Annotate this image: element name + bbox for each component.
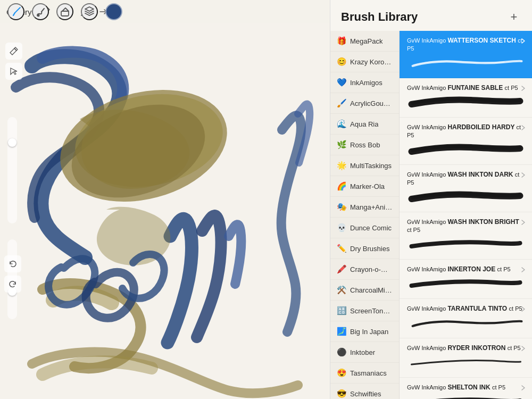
category-item[interactable]: 💙InkAmigos (330, 72, 399, 93)
eraser-tool-icon[interactable] (56, 3, 73, 20)
left-toolbar (4, 43, 23, 80)
brush-item[interactable]: GvW InkAmigo SHELTON INK ct P5 (400, 378, 532, 399)
selection-left-button[interactable] (5, 63, 22, 80)
pen-tool-icon[interactable] (7, 3, 24, 20)
category-label: Big In Japan (350, 328, 388, 336)
undo-redo-buttons (4, 255, 23, 293)
brush-panel-body: 🎁MegaPack😊Krazy Koronas💙InkAmigos🖌️Acryl… (330, 31, 532, 399)
category-item[interactable]: 😍Tasmaniacs (330, 363, 399, 384)
modify-left-button[interactable] (5, 43, 22, 60)
opacity-thumb[interactable] (8, 138, 16, 147)
brush-preview (407, 141, 525, 160)
category-icon: 😎 (337, 389, 347, 398)
brush-item[interactable]: GvW InkAmigo WATTERSON SKETCH ct P5 (400, 31, 532, 78)
brush-name: GvW InkAmigo SHELTON INK ct P5 (407, 383, 525, 391)
brush-arrow-icon (519, 266, 527, 276)
category-icon: 🎭 (337, 202, 347, 212)
brush-name: GvW InkAmigo HARDBOILED HARDY ct P5 (407, 123, 525, 139)
category-item[interactable]: 🎁MegaPack (330, 31, 399, 52)
brush-arrow-icon (519, 85, 527, 94)
category-label: Tasmaniacs (350, 369, 387, 377)
brush-tool-icon[interactable] (32, 3, 49, 20)
add-brush-button[interactable]: + (506, 10, 521, 24)
undo-button[interactable] (4, 255, 21, 272)
brush-arrow-icon (519, 37, 527, 47)
category-item[interactable]: ⚫Inktober (330, 342, 399, 363)
brush-list[interactable]: GvW InkAmigo WATTERSON SKETCH ct P5 GvW … (400, 31, 532, 399)
brush-preview (407, 188, 525, 207)
brush-preview (407, 94, 525, 113)
category-label: Aqua Ria (350, 120, 378, 128)
svg-point-4 (37, 14, 40, 17)
brush-preview (407, 236, 525, 255)
category-icon: 🌈 (337, 181, 347, 191)
brush-name: GvW InkAmigo WASH INKTON BRIGHT ct P5 (407, 218, 525, 234)
category-icon: 💀 (337, 223, 347, 232)
category-label: AcrylicGouache (350, 99, 393, 107)
color-swatch[interactable] (105, 3, 122, 20)
category-label: Manga+Anime (350, 203, 393, 211)
category-item[interactable]: 💀Dunce Comic (330, 218, 399, 238)
category-label: ScreenToneys (350, 307, 393, 315)
category-icon: 😍 (337, 368, 347, 378)
canvas-area[interactable]: Gallery (0, 0, 330, 399)
category-item[interactable]: 😊Krazy Koronas (330, 52, 399, 72)
category-label: Dunce Comic (350, 224, 392, 232)
artwork-canvas[interactable] (0, 23, 330, 399)
brush-item[interactable]: GvW InkAmigo WASH INKTON DARK ct P5 (400, 165, 532, 212)
category-label: Inktober (350, 348, 375, 356)
category-icon: ✏️ (337, 244, 347, 253)
brush-name: GvW InkAmigo TARANTULA TINTO ct P5 (407, 304, 525, 312)
brush-item[interactable]: GvW InkAmigo TARANTULA TINTO ct P5 (400, 299, 532, 338)
category-label: MultiTaskings (350, 162, 392, 170)
brush-arrow-icon (519, 384, 527, 394)
category-icon: 🎁 (337, 36, 347, 46)
category-label: Dry Brushies (350, 245, 389, 253)
brush-name: GvW InkAmigo INKERTON JOE ct P5 (407, 265, 525, 273)
category-item[interactable]: 🗾Big In Japan (330, 321, 399, 342)
opacity-slider[interactable] (7, 117, 17, 223)
brush-panel: Brush Library + 🎁MegaPack😊Krazy Koronas💙… (330, 0, 532, 399)
brush-item[interactable]: GvW InkAmigo INKERTON JOE ct P5 (400, 260, 532, 299)
category-item[interactable]: 🌿Ross Bob (330, 135, 399, 155)
category-icon: ⚒️ (337, 285, 347, 295)
category-label: Ross Bob (350, 141, 380, 149)
category-item[interactable]: 🖍️Crayon-o-Wax (330, 259, 399, 280)
category-item[interactable]: 🎭Manga+Anime (330, 197, 399, 218)
layers-tool-icon[interactable] (81, 3, 98, 20)
svg-rect-5 (61, 11, 69, 16)
category-list[interactable]: 🎁MegaPack😊Krazy Koronas💙InkAmigos🖌️Acryl… (330, 31, 400, 399)
brush-arrow-icon (519, 124, 527, 134)
category-icon: 🌊 (337, 119, 347, 129)
brush-item[interactable]: GvW InkAmigo WASH INKTON BRIGHT ct P5 (400, 212, 532, 260)
brush-item[interactable]: GvW InkAmigo HARDBOILED HARDY ct P5 (400, 118, 532, 165)
category-icon: 🖌️ (337, 98, 347, 108)
brush-item[interactable]: GvW InkAmigo RYDER INKOTRON ct P5 (400, 338, 532, 378)
category-icon: 🖍️ (337, 264, 347, 274)
category-icon: ⚫ (337, 347, 347, 357)
category-icon: 🌟 (337, 161, 347, 170)
redo-button[interactable] (4, 276, 21, 293)
category-item[interactable]: ✏️Dry Brushies (330, 238, 399, 259)
category-label: InkAmigos (350, 79, 383, 87)
category-item[interactable]: 😎Schwifties (330, 384, 399, 399)
brush-name: GvW InkAmigo WASH INKTON DARK ct P5 (407, 170, 525, 186)
brush-preview (407, 54, 525, 73)
category-item[interactable]: 🔠ScreenToneys (330, 301, 399, 321)
brush-item[interactable]: GvW InkAmigo FUNTAINE SABLE ct P5 (400, 78, 532, 118)
brush-preview (407, 393, 525, 399)
brush-arrow-icon (519, 219, 527, 228)
brush-name: GvW InkAmigo FUNTAINE SABLE ct P5 (407, 84, 525, 92)
brush-preview (407, 275, 525, 294)
category-icon: 🌿 (337, 140, 347, 149)
category-icon: 😊 (337, 57, 347, 66)
brush-preview (407, 354, 525, 373)
category-item[interactable]: ⚒️CharcoalMine (330, 280, 399, 301)
category-item[interactable]: 🌟MultiTaskings (330, 155, 399, 176)
category-item[interactable]: 🌊Aqua Ria (330, 114, 399, 135)
category-item[interactable]: 🌈Marker-Ola (330, 176, 399, 197)
category-label: CharcoalMine (350, 286, 393, 294)
brush-name: GvW InkAmigo RYDER INKOTRON ct P5 (407, 344, 525, 352)
brush-preview (407, 314, 525, 334)
category-item[interactable]: 🖌️AcrylicGouache (330, 93, 399, 114)
